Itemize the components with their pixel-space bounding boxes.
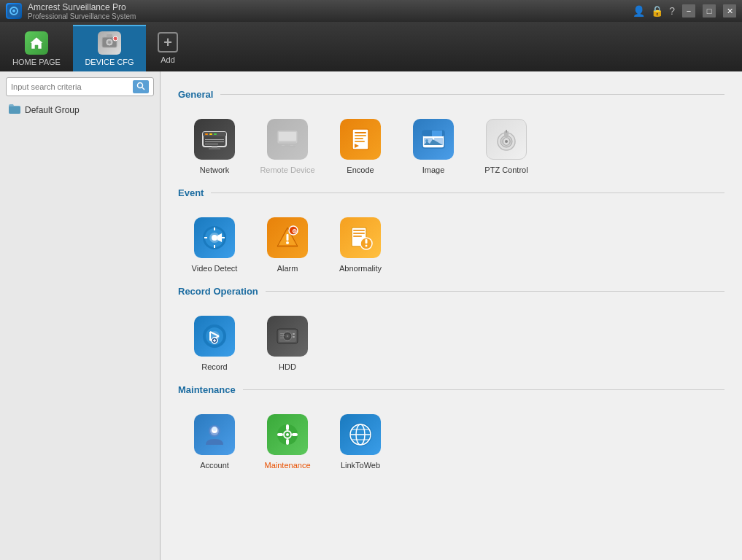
record-label: Record — [201, 362, 227, 371]
svg-rect-15 — [209, 133, 212, 135]
tab-devicecfg[interactable]: ! DEVICE CFG — [73, 25, 146, 71]
svg-rect-85 — [293, 336, 295, 338]
section-event-title: Event — [178, 187, 204, 198]
folder-icon — [9, 104, 20, 116]
linktoweb-label: LinkToWeb — [341, 461, 380, 470]
abnormality-item[interactable]: Abnormality — [324, 210, 397, 280]
tab-homepage[interactable]: HOME PAGE — [0, 25, 73, 71]
event-icons-grid: Video Detect ⚙ Alarm — [178, 210, 724, 280]
svg-point-2 — [12, 9, 15, 12]
svg-marker-3 — [30, 37, 43, 49]
content-area: General — [161, 71, 742, 560]
video-detect-item[interactable]: Video Detect — [178, 210, 251, 280]
svg-rect-16 — [214, 133, 217, 135]
linktoweb-item[interactable]: LinkToWeb — [324, 407, 397, 477]
app-subtitle: Professional Surveillance System — [28, 12, 136, 20]
network-icon-box — [194, 119, 235, 160]
search-button[interactable] — [133, 80, 149, 93]
ptz-control-icon-box — [486, 119, 527, 160]
sidebar-default-group[interactable]: Default Group — [6, 102, 154, 118]
titlebar-left: Amcrest Surveillance Pro Professional Su… — [6, 2, 136, 20]
default-group-label: Default Group — [25, 105, 80, 115]
svg-rect-94 — [286, 424, 289, 430]
minimize-button[interactable]: − — [682, 4, 695, 18]
maximize-button[interactable]: □ — [703, 4, 716, 18]
alarm-item[interactable]: ⚙ Alarm — [251, 210, 324, 280]
svg-rect-19 — [205, 144, 218, 144]
network-label: Network — [200, 166, 229, 174]
close-button[interactable]: ✕ — [723, 4, 736, 18]
maintenance-icon-item[interactable]: Maintenance — [251, 407, 324, 477]
lock-icon[interactable]: 🔒 — [651, 5, 663, 17]
svg-point-51 — [212, 235, 217, 241]
svg-rect-31 — [355, 138, 363, 139]
section-maintenance-title: Maintenance — [178, 384, 236, 395]
svg-rect-36 — [432, 131, 442, 136]
account-icon-box — [194, 414, 235, 455]
svg-rect-96 — [277, 433, 283, 436]
tab-devicecfg-label: DEVICE CFG — [85, 58, 134, 66]
svg-rect-14 — [205, 133, 208, 135]
help-icon[interactable]: ? — [669, 5, 675, 17]
maintenance-m-letter: M — [265, 461, 271, 470]
svg-point-45 — [505, 140, 508, 143]
section-general-line — [220, 94, 724, 95]
hdd-label: HDD — [279, 362, 296, 371]
svg-rect-47 — [506, 130, 507, 133]
svg-text:⚙: ⚙ — [292, 228, 297, 235]
tab-add[interactable]: + Add — [146, 25, 190, 71]
svg-point-6 — [108, 41, 111, 44]
svg-rect-66 — [353, 236, 362, 237]
abnormality-label: Abnormality — [339, 264, 382, 273]
remote-device-item[interactable]: Remote Device — [251, 112, 324, 182]
svg-rect-23 — [279, 132, 296, 141]
titlebar-icons: 👤 🔒 ? − □ ✕ — [633, 4, 736, 18]
general-icons-grid: Network Remote Device — [178, 112, 724, 182]
svg-point-60 — [286, 241, 289, 244]
devicecfg-tab-icon: ! — [98, 31, 121, 55]
svg-rect-29 — [355, 132, 366, 133]
alarm-label: Alarm — [277, 264, 298, 273]
svg-rect-24 — [279, 142, 296, 144]
search-input[interactable] — [11, 82, 133, 91]
svg-rect-32 — [355, 141, 365, 142]
svg-point-10 — [138, 83, 143, 88]
maintenance-rest: aintenance — [271, 461, 311, 470]
sidebar: Default Group — [0, 71, 161, 560]
titlebar: Amcrest Surveillance Pro Professional Su… — [0, 0, 742, 22]
svg-point-100 — [286, 433, 289, 436]
abnormality-icon-box — [340, 217, 381, 258]
app-logo — [6, 3, 22, 19]
section-event-line — [211, 192, 724, 193]
encode-item[interactable]: Encode — [324, 112, 397, 182]
svg-rect-7 — [107, 34, 112, 37]
app-title: Amcrest Surveillance Pro — [28, 2, 136, 12]
account-item[interactable]: Account — [178, 407, 251, 477]
alarm-icon-box: ⚙ — [267, 217, 308, 258]
svg-rect-20 — [212, 147, 217, 148]
ptz-control-label: PTZ Control — [484, 166, 527, 174]
encode-label: Encode — [347, 166, 374, 174]
image-label: Image — [422, 166, 445, 174]
svg-rect-65 — [353, 233, 365, 234]
video-detect-label: Video Detect — [192, 264, 238, 273]
svg-rect-21 — [209, 148, 220, 149]
maintenance-label: Maintenance — [265, 461, 311, 470]
network-item[interactable]: Network — [178, 112, 251, 182]
svg-point-69 — [366, 245, 368, 247]
home-tab-icon — [25, 31, 48, 55]
record-item[interactable]: Record — [178, 308, 251, 378]
maintenance-icons-grid: Account — [178, 407, 724, 477]
svg-rect-17 — [205, 139, 224, 140]
section-maintenance-header: Maintenance — [178, 384, 724, 395]
svg-point-92 — [212, 427, 217, 431]
svg-rect-86 — [280, 333, 285, 334]
search-box — [6, 77, 154, 96]
section-general-header: General — [178, 89, 724, 100]
section-general-title: General — [178, 89, 213, 100]
image-item[interactable]: Image — [397, 112, 470, 182]
hdd-item[interactable]: HDD — [251, 308, 324, 378]
user-icon[interactable]: 👤 — [633, 5, 645, 17]
ptz-control-item[interactable]: PTZ Control — [470, 112, 543, 182]
svg-rect-64 — [353, 230, 365, 231]
